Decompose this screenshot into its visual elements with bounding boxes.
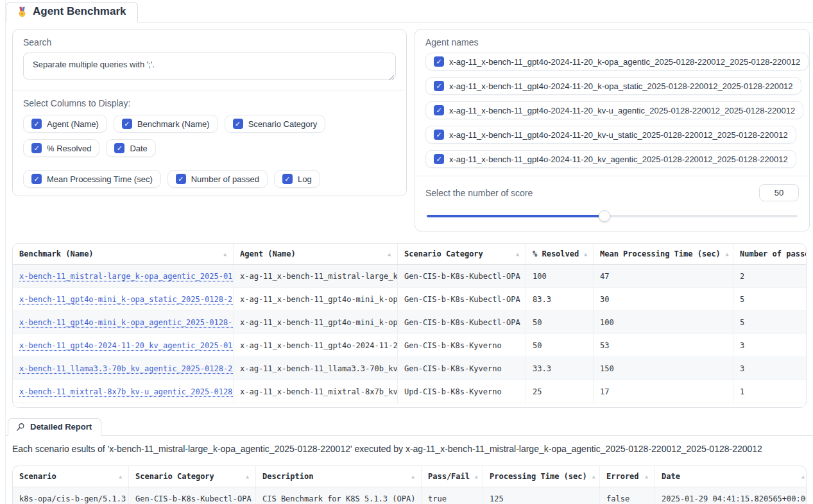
slider-track[interactable] [427, 215, 798, 217]
table-cell: Gen-CIS-b-K8s-Kyverno [397, 334, 526, 357]
sort-arrow-icon: ▲ [511, 251, 519, 257]
column-header-label: Scenario Category [404, 249, 483, 258]
score-label: Select the number of score [425, 188, 533, 198]
table-cell: x-ag-11_x-bench-11_gpt4o-2024-11-20 [233, 334, 397, 357]
table-row: x-bench-11_mistral-large_k-opa_agentic_2… [13, 265, 806, 288]
column-header[interactable]: Date▲ [655, 466, 807, 487]
table-cell: 47 [593, 265, 733, 287]
magnifier-icon [16, 423, 25, 432]
column-option[interactable]: ✓% Resolved [23, 139, 99, 157]
resize-handle-icon[interactable] [388, 74, 394, 80]
column-header-label: Scenario Category [135, 472, 214, 481]
table-cell: 125 [483, 487, 599, 504]
checkbox-checked-icon: ✓ [233, 119, 243, 129]
table-cell: Gen-CIS-b-K8s-Kubectl-OPA [397, 311, 526, 333]
table-cell: 17 [593, 380, 733, 403]
checkbox-checked-icon: ✓ [31, 143, 42, 153]
table-cell: 50 [526, 334, 593, 357]
checkbox-label: x-ag-11_x-bench-11_gpt4o-2024-11-20_kv-u… [449, 106, 795, 115]
columns-label: Select Columns to Display: [23, 98, 396, 108]
table-cell: 83.3 [526, 288, 593, 310]
sort-arrow-icon: ▲ [241, 474, 249, 480]
checkbox-label: x-ag-11_x-bench-11_gpt4o-2024-11-20_kv_a… [449, 155, 788, 164]
checkbox-checked-icon: ✓ [434, 130, 444, 140]
search-box [23, 53, 396, 82]
column-header[interactable]: Agent (Name)▲ [233, 244, 397, 264]
sort-arrow-icon: ▲ [640, 474, 648, 480]
column-option[interactable]: ✓Log [274, 170, 320, 188]
column-header[interactable]: Scenario Category▲ [128, 466, 255, 487]
tab-detailed-report[interactable]: Detailed Report [8, 418, 101, 436]
column-header[interactable]: Number of passed▲ [733, 244, 807, 264]
table-cell: Gen-CIS-b-K8s-Kubectl-OPA [397, 265, 526, 287]
column-header[interactable]: Description▲ [255, 466, 421, 487]
column-option[interactable]: ✓Benchmark (Name) [114, 115, 218, 133]
checkbox-label: x-ag-11_x-bench-11_gpt4o-2024-11-20_kv-u… [449, 130, 788, 140]
column-header[interactable]: Scenario▲ [13, 466, 128, 487]
column-header[interactable]: Benchmark (Name)▲ [13, 244, 233, 264]
column-header[interactable]: Pass/Fail▲ [421, 466, 483, 487]
column-header-label: Benchmark (Name) [19, 249, 94, 258]
benchmark-link[interactable]: x-bench-11_gpt4o-mini_k-opa_static_2025-… [19, 295, 233, 304]
checkbox-checked-icon: ✓ [114, 143, 124, 153]
column-option[interactable]: ✓Number of passed [167, 170, 268, 188]
column-option[interactable]: ✓Scenario Category [225, 115, 326, 133]
score-row: Select the number of score [425, 184, 799, 201]
sort-arrow-icon: ▲ [406, 474, 415, 480]
table-cell: 3 [733, 357, 807, 380]
table-cell: x-bench-11_llama3.3-70b_kv_agentic_2025-… [13, 357, 233, 380]
column-option[interactable]: ✓Date [106, 139, 155, 157]
table-cell: Gen-CIS-b-K8s-Kubectl-OPA [397, 288, 526, 310]
sort-arrow-icon: ▲ [382, 251, 391, 257]
column-header[interactable]: Processing Time (sec)▲ [483, 466, 599, 487]
report-caption: Each scenario esults of 'x-bench-11_mist… [12, 444, 807, 454]
sort-arrow-icon: ▲ [587, 474, 595, 480]
checkbox-label: x-ag-11_x-bench-11_gpt4o-2024-11-20_k-op… [449, 57, 800, 67]
table-cell: x-ag-11_x-bench-11_gpt4o-mini_k-opa [233, 288, 397, 310]
benchmark-link[interactable]: x-bench-11_llama3.3-70b_kv_agentic_2025-… [19, 364, 233, 373]
agent-option[interactable]: ✓x-ag-11_x-bench-11_gpt4o-2024-11-20_kv-… [425, 101, 803, 119]
agent-option[interactable]: ✓x-ag-11_x-bench-11_gpt4o-2024-11-20_kv_… [425, 150, 796, 168]
benchmark-link[interactable]: x-bench-11_gpt4o-2024-11-20_kv_agentic_2… [19, 341, 233, 350]
table-cell: 2025-01-29 04:41:15.820565+00:00 [655, 487, 807, 504]
column-option[interactable]: ✓Mean Processing Time (sec) [23, 170, 161, 188]
column-header-label: Date [662, 472, 680, 481]
table-cell: x-bench-11_mistral-large_k-opa_agentic_2… [13, 265, 233, 287]
sort-arrow-icon: ▲ [796, 474, 805, 480]
column-header[interactable]: Errored▲ [599, 466, 655, 487]
column-header-label: Agent (Name) [240, 249, 296, 258]
benchmark-link[interactable]: x-bench-11_gpt4o-mini_k-opa_agentic_2025… [19, 318, 233, 327]
panel-divider [13, 90, 406, 90]
column-option[interactable]: ✓Agent (Name) [23, 115, 107, 133]
agent-option[interactable]: ✓x-ag-11_x-bench-11_gpt4o-2024-11-20_k-o… [425, 77, 801, 95]
checkbox-label: Date [130, 144, 147, 153]
column-header[interactable]: Scenario Category▲ [397, 244, 526, 264]
table-cell: x-bench-11_mixtral-8x7b_kv-u_agentic_202… [13, 380, 233, 403]
checkbox-checked-icon: ✓ [434, 81, 444, 91]
slider-thumb[interactable] [599, 210, 610, 222]
table-cell: x-ag-11_x-bench-11_mistral-large_k- [233, 265, 397, 287]
panel-divider [415, 176, 809, 176]
table-cell: 1 [733, 380, 807, 403]
checkbox-label: Agent (Name) [47, 119, 99, 129]
search-input[interactable] [23, 53, 396, 80]
column-header[interactable]: Mean Processing Time (sec)▲ [593, 244, 733, 264]
column-header-label: Mean Processing Time (sec) [600, 249, 721, 258]
main-tab-bar: Agent Benchmark [6, 2, 813, 22]
sort-arrow-icon: ▲ [721, 251, 729, 257]
column-header[interactable]: % Resolved▲ [526, 244, 593, 264]
table-row: k8s-opa/cis-b-gen/5.1.3Gen-CIS-b-K8s-Kub… [13, 487, 806, 504]
medal-icon [17, 6, 28, 17]
score-number-input[interactable] [759, 184, 799, 201]
agent-option[interactable]: ✓x-ag-11_x-bench-11_gpt4o-2024-11-20_k-o… [425, 53, 809, 71]
sort-arrow-icon: ▲ [470, 474, 478, 480]
score-slider[interactable] [427, 210, 798, 222]
table-cell: 30 [593, 288, 733, 310]
benchmark-link[interactable]: x-bench-11_mixtral-8x7b_kv-u_agentic_202… [19, 387, 233, 396]
checkbox-label: Benchmark (Name) [137, 119, 210, 129]
agent-option[interactable]: ✓x-ag-11_x-bench-11_gpt4o-2024-11-20_kv-… [425, 126, 796, 144]
tab-agent-benchmark[interactable]: Agent Benchmark [6, 2, 138, 22]
table-cell: 5 [733, 288, 807, 310]
benchmark-link[interactable]: x-bench-11_mistral-large_k-opa_agentic_2… [19, 272, 233, 281]
benchmark-table: Benchmark (Name)▲Agent (Name)▲Scenario C… [12, 243, 807, 408]
